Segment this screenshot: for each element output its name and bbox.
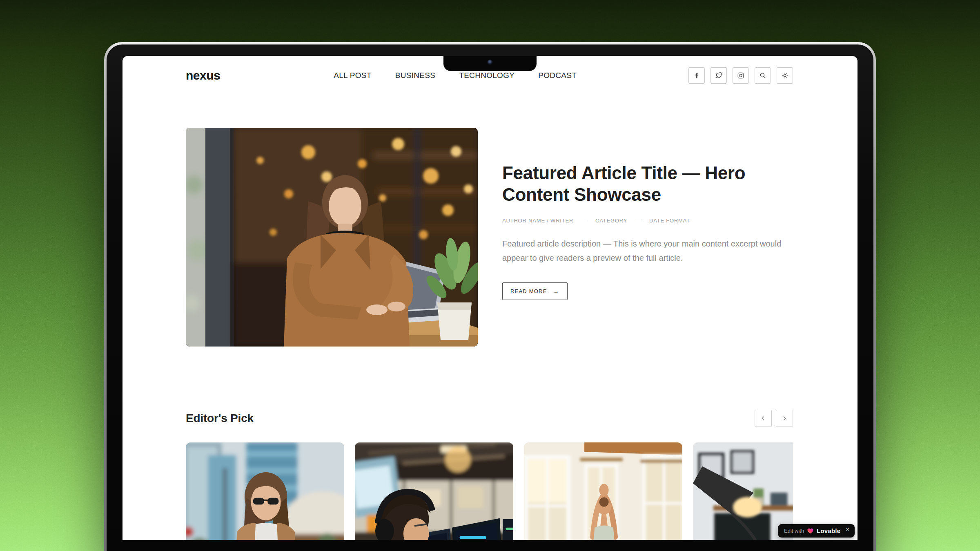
theme-toggle-button[interactable]: [777, 67, 793, 84]
site-logo[interactable]: nexus: [186, 69, 220, 82]
search-button[interactable]: [755, 67, 771, 84]
lovable-badge-brand: Lovable: [817, 527, 840, 534]
featured-article-text: Featured Article Title — Hero Content Sh…: [502, 128, 793, 347]
facebook-button[interactable]: [688, 67, 705, 84]
featured-article-title: Featured Article Title — Hero Content Sh…: [502, 162, 755, 205]
header-icon-buttons: [688, 67, 793, 84]
instagram-button[interactable]: [733, 67, 749, 84]
featured-article-image[interactable]: [186, 128, 478, 347]
featured-date: DATE FORMAT: [649, 218, 690, 224]
carousel-prev-button[interactable]: [755, 410, 772, 427]
featured-category[interactable]: CATEGORY: [595, 218, 627, 224]
lovable-badge[interactable]: Edit with Lovable ×: [778, 524, 855, 538]
laptop-frame: nexus ALL POST BUSINESS TECHNOLOGY PODCA…: [104, 42, 876, 551]
chevron-right-icon: [781, 415, 788, 422]
read-more-label: READ MORE: [510, 288, 547, 294]
meta-separator: —: [581, 218, 587, 224]
laptop-bezel: nexus ALL POST BUSINESS TECHNOLOGY PODCA…: [107, 44, 873, 551]
lovable-badge-close-icon[interactable]: ×: [846, 527, 849, 531]
featured-article-meta: AUTHOR NAME / WRITER — CATEGORY — DATE F…: [502, 218, 793, 224]
website-page: nexus ALL POST BUSINESS TECHNOLOGY PODCA…: [122, 56, 858, 540]
featured-article-section: Featured Article Title — Hero Content Sh…: [122, 95, 858, 347]
read-more-button[interactable]: READ MORE →: [502, 282, 568, 300]
editors-pick-section: Editor's Pick: [122, 347, 858, 540]
search-icon: [759, 72, 766, 79]
facebook-icon: [693, 72, 700, 79]
laptop-camera: [488, 60, 493, 65]
card-developer-workspace[interactable]: [355, 442, 513, 540]
nav-item-all-post[interactable]: ALL POST: [334, 71, 372, 80]
nav-item-business[interactable]: BUSINESS: [395, 71, 436, 80]
card-street-fashion[interactable]: [186, 442, 344, 540]
laptop-notch: [443, 56, 537, 71]
carousel-next-button[interactable]: [776, 410, 793, 427]
editors-pick-header: Editor's Pick: [186, 410, 793, 427]
lovable-badge-prefix: Edit with: [784, 528, 804, 534]
nav-item-podcast[interactable]: PODCAST: [538, 71, 577, 80]
featured-article-description: Featured article description — This is w…: [502, 237, 793, 265]
editors-pick-heading: Editor's Pick: [186, 412, 254, 425]
card-home-office[interactable]: [693, 442, 793, 540]
instagram-icon: [737, 72, 744, 79]
featured-author[interactable]: AUTHOR NAME / WRITER: [502, 218, 573, 224]
card-home-yoga[interactable]: [524, 442, 682, 540]
editors-pick-carousel: [186, 442, 793, 540]
twitter-icon: [715, 71, 723, 79]
meta-separator: —: [635, 218, 641, 224]
nav-item-technology[interactable]: TECHNOLOGY: [459, 71, 514, 80]
carousel-controls: [755, 410, 793, 427]
laptop-screen: nexus ALL POST BUSINESS TECHNOLOGY PODCA…: [122, 56, 858, 540]
arrow-right-icon: →: [553, 288, 559, 295]
main-nav: ALL POST BUSINESS TECHNOLOGY PODCAST: [334, 71, 577, 80]
sun-icon: [781, 72, 788, 79]
twitter-button[interactable]: [710, 67, 727, 84]
chevron-left-icon: [760, 415, 767, 422]
lovable-heart-icon: [807, 527, 814, 534]
